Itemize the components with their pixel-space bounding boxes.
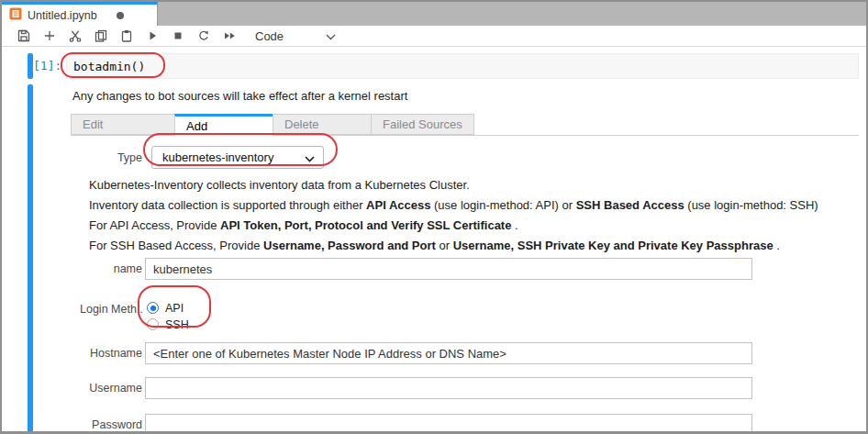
cell-source: botadmin() — [73, 60, 145, 73]
type-dropdown-value: kubernetes-inventory — [162, 150, 273, 164]
code-cell: [1]: botadmin() — [28, 53, 866, 79]
radio-button[interactable] — [147, 302, 159, 314]
execution-count: [1]: — [33, 53, 66, 79]
radio-button[interactable] — [147, 318, 159, 330]
tab-add[interactable]: Add — [174, 114, 273, 136]
restart-run-all-icon[interactable] — [217, 27, 242, 45]
tab-failed-sources[interactable]: Failed Sources — [371, 114, 474, 135]
description-line: For SSH Based Access, Provide Username, … — [89, 238, 859, 253]
save-icon[interactable] — [11, 27, 37, 45]
cell-type-dropdown[interactable]: Code — [255, 28, 336, 44]
file-tab-bar: Untitled.ipynb — [2, 2, 866, 26]
tab-edit[interactable]: Edit — [71, 114, 174, 135]
radio-option-api[interactable]: API — [147, 301, 189, 315]
login-method-radio-group: APISSH — [147, 300, 189, 331]
notebook-toolbar: Code — [2, 26, 866, 47]
tab-label: Failed Sources — [383, 117, 462, 131]
chevron-down-icon — [305, 150, 315, 166]
notebook-panel: [1]: botadmin() Any changes to bot sourc… — [2, 47, 866, 434]
notebook-icon — [9, 7, 22, 24]
username-label: Username — [80, 382, 142, 395]
type-dropdown[interactable]: kubernetes-inventory — [151, 146, 324, 169]
cut-cells-icon[interactable] — [62, 27, 88, 45]
cell-type-value: Code — [255, 29, 284, 43]
cell-output: Any changes to bot sources will take eff… — [28, 84, 866, 434]
password-label: Password — [80, 418, 142, 431]
description-line: For API Access, Provide API Token, Port,… — [89, 217, 859, 233]
password-input[interactable] — [145, 414, 752, 434]
stop-kernel-icon[interactable] — [165, 27, 191, 45]
hostname-label: Hostname — [80, 347, 142, 360]
radio-option-ssh[interactable]: SSH — [147, 317, 189, 331]
restart-kernel-icon[interactable] — [191, 27, 217, 45]
jupyterlab-window: Untitled.ipynb — [0, 0, 868, 434]
code-editor[interactable]: botadmin() — [66, 53, 859, 79]
username-input[interactable] — [145, 377, 752, 399]
tab-label: Edit — [83, 117, 103, 131]
tab-label: Delete — [284, 117, 319, 131]
paste-cells-icon[interactable] — [114, 27, 139, 45]
add-cell-icon[interactable] — [37, 27, 62, 45]
login-method-label: Login Meth... — [80, 303, 142, 316]
hostname-input[interactable] — [145, 342, 752, 364]
tab-label: Add — [186, 119, 207, 133]
run-cell-icon[interactable] — [139, 27, 165, 45]
copy-cells-icon[interactable] — [88, 27, 114, 45]
description-line: Inventory data collection is supported t… — [89, 197, 859, 213]
tab-delete[interactable]: Delete — [273, 114, 371, 135]
kernel-restart-note: Any changes to bot sources will take eff… — [72, 89, 859, 103]
output-collapser[interactable] — [28, 84, 33, 434]
bot-sources-widget: EditAddDeleteFailed Sources Type kuberne… — [71, 114, 859, 434]
description-line: Kubernetes-Inventory collects inventory … — [89, 177, 859, 193]
name-input[interactable] — [145, 258, 752, 280]
radio-label: API — [165, 302, 184, 315]
type-description: Kubernetes-Inventory collects inventory … — [89, 177, 859, 253]
radio-label: SSH — [165, 318, 189, 331]
name-label: name — [80, 262, 142, 275]
type-label: Type — [80, 151, 142, 164]
chevron-down-icon — [326, 28, 336, 44]
unsaved-changes-indicator[interactable] — [117, 12, 124, 19]
widget-tab-bar: EditAddDeleteFailed Sources — [71, 114, 859, 136]
add-tab-content: Type kubernetes-inventory Kubernetes-Inv… — [71, 146, 859, 434]
file-tab-untitled[interactable]: Untitled.ipynb — [2, 2, 158, 26]
file-tab-title: Untitled.ipynb — [28, 9, 97, 22]
